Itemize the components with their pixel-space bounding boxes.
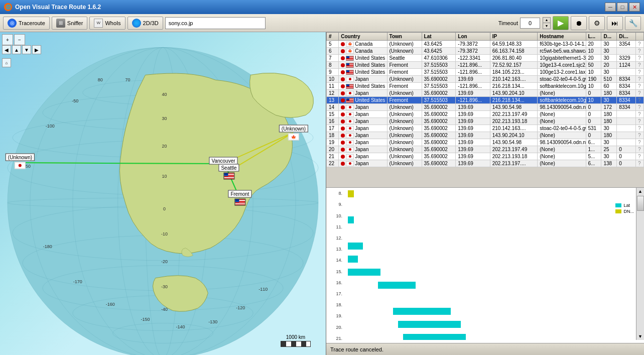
forward-button[interactable]: ⏭ — [607, 16, 623, 30]
whois-button[interactable]: W WhoIs — [89, 17, 125, 30]
url-input[interactable] — [165, 17, 266, 29]
scroll-thumb-v[interactable] — [637, 196, 644, 211]
table-row[interactable]: 22 Japan (Unknown) 35.690002 139.69 202.… — [327, 160, 644, 167]
table-row[interactable]: 16 Japan (Unknown) 35.690002 139.69 202.… — [327, 118, 644, 125]
chart-label-11: 11. — [326, 221, 344, 232]
cell-l: 0 — [586, 104, 601, 111]
table-row[interactable]: 11 United States Fremont 37.515503 -121.… — [327, 83, 644, 90]
cell-town: (Unknown) — [387, 146, 422, 153]
cell-di — [617, 132, 636, 139]
view-2d3d-button[interactable]: 🌐 2D/3D — [127, 17, 163, 30]
cell-lat: 35.690002 — [422, 111, 456, 118]
flag-us — [346, 98, 354, 103]
cell-action[interactable]: ? — [636, 132, 644, 139]
cell-action[interactable]: ? — [636, 146, 644, 153]
cell-action[interactable]: ? — [636, 62, 644, 69]
cell-di — [617, 111, 636, 118]
tools-button[interactable]: 🔧 — [625, 16, 641, 30]
cell-action[interactable]: ? — [636, 104, 644, 111]
cell-action[interactable]: ? — [636, 90, 644, 97]
cell-hostname: stoac-02-te0-4-0-5.gw... — [538, 76, 586, 83]
table-row[interactable]: 21 Japan (Unknown) 35.690002 139.69 202.… — [327, 153, 644, 160]
cell-country: 🍁 Canada — [339, 41, 387, 48]
table-row[interactable]: 6 🍁 Canada (Unknown) 43.6425 -79.3872 66… — [327, 48, 644, 55]
table-row[interactable]: 8 United States Fremont 37.515503 -121.8… — [327, 62, 644, 69]
cell-town: Fremont — [387, 97, 422, 104]
close-button[interactable]: ✕ — [629, 3, 640, 12]
map-zoom-out[interactable]: − — [14, 34, 25, 45]
scroll-up-button[interactable]: ▲ — [636, 188, 644, 195]
cell-action[interactable]: ? — [636, 69, 644, 76]
marker-seattle: Seattle — [218, 164, 239, 180]
record-button[interactable]: ⏺ — [571, 16, 587, 30]
table-row[interactable]: 10 Japan (Unknown) 35.690002 139.69 210.… — [327, 76, 644, 83]
cell-country: Japan — [339, 153, 387, 160]
cell-ip: 202.213.197.... — [490, 160, 538, 167]
chart-scrollbar-v[interactable]: ▲ ▼ — [636, 188, 644, 340]
svg-text:-30: -30 — [161, 284, 168, 289]
table-row[interactable]: 13 United States Fremont 37.515503 -121.… — [327, 97, 644, 104]
timeout-input[interactable] — [520, 18, 540, 29]
table-row[interactable]: 5 🍁 Canada (Unknown) 43.6425 -79.3872 64… — [327, 41, 644, 48]
cell-action[interactable]: ? — [636, 83, 644, 90]
svg-text:40: 40 — [162, 92, 167, 97]
chart-label-10: 10. — [326, 210, 344, 221]
cell-action[interactable]: ? — [636, 41, 644, 48]
svg-text:-150: -150 — [141, 317, 150, 322]
scroll-down-button[interactable]: ▼ — [636, 333, 644, 340]
table-container[interactable]: # Country Town Lat Lon IP Hostname L... … — [326, 32, 644, 188]
map-zoom-in[interactable]: + — [2, 34, 13, 45]
sniffer-button[interactable]: ⊞ Sniffer — [52, 17, 88, 30]
cell-action[interactable]: ? — [636, 97, 644, 104]
status-dot — [341, 98, 345, 102]
table-row[interactable]: 19 Japan (Unknown) 35.690002 139.69 143.… — [327, 139, 644, 146]
minimize-button[interactable]: ─ — [605, 3, 616, 12]
cell-hostname: (None) — [538, 153, 586, 160]
table-row[interactable]: 18 Japan (Unknown) 35.690002 139.69 143.… — [327, 132, 644, 139]
settings-button[interactable]: ⚙ — [589, 16, 605, 30]
table-row[interactable]: 9 United States Fremont 37.515503 -121.8… — [327, 69, 644, 76]
cell-action[interactable]: ? — [636, 48, 644, 55]
timeout-up-button[interactable]: ▲ — [543, 18, 550, 23]
cell-d: 30 — [601, 97, 617, 104]
maximize-button[interactable]: □ — [617, 3, 628, 12]
cell-action[interactable]: ? — [636, 118, 644, 125]
cell-action[interactable]: ? — [636, 160, 644, 167]
play-button[interactable]: ▶ — [553, 16, 569, 30]
flag-jp — [346, 77, 354, 82]
cell-country: Japan — [339, 90, 387, 97]
timeout-down-button[interactable]: ▼ — [543, 23, 550, 29]
traceroute-button[interactable]: ◎ Traceroute — [3, 17, 50, 30]
table-row[interactable]: 12 Japan (Unknown) 35.690002 139.69 143.… — [327, 90, 644, 97]
cell-action[interactable]: ? — [636, 55, 644, 62]
cell-action[interactable]: ? — [636, 139, 644, 146]
table-row[interactable]: 15 Japan (Unknown) 35.690002 139.69 202.… — [327, 111, 644, 118]
cell-town: Fremont — [387, 83, 422, 90]
cell-ip: 202.213.193.18 — [490, 153, 538, 160]
window-controls[interactable]: ─ □ ✕ — [605, 3, 640, 12]
cell-lat: 35.690002 — [422, 125, 456, 132]
cell-di: 8334 — [617, 83, 636, 90]
status-dot — [341, 141, 345, 145]
cell-country: 🍁 Canada — [339, 48, 387, 55]
cell-lat: 35.690002 — [422, 132, 456, 139]
cell-lon: 139.69 — [456, 125, 490, 132]
map-area[interactable]: + − ◀ ▲ ▼ ▶ ⌂ — [0, 32, 326, 355]
cell-d: 30 — [601, 55, 617, 62]
marker-label: (Unknown) — [6, 154, 35, 161]
cell-lat: 37.515503 — [422, 83, 456, 90]
cell-country: United States — [339, 97, 387, 104]
cell-action[interactable]: ? — [636, 153, 644, 160]
table-row[interactable]: 20 Japan (Unknown) 35.690002 139.69 202.… — [327, 146, 644, 153]
table-row[interactable]: 7 United States Seattle 47.610306 -122.3… — [327, 55, 644, 62]
cell-action[interactable]: ? — [636, 76, 644, 83]
cell-hostname: (None) — [538, 111, 586, 118]
status-dot — [341, 84, 345, 88]
table-row[interactable]: 17 Japan (Unknown) 35.690002 139.69 210.… — [327, 125, 644, 132]
cell-country: United States — [339, 83, 387, 90]
table-row[interactable]: 14 Japan (Unknown) 35.690002 139.69 143.… — [327, 104, 644, 111]
cell-action[interactable]: ? — [636, 111, 644, 118]
cell-lat: 35.690002 — [422, 90, 456, 97]
cell-action[interactable]: ? — [636, 125, 644, 132]
bar-14-cyan — [348, 269, 380, 276]
